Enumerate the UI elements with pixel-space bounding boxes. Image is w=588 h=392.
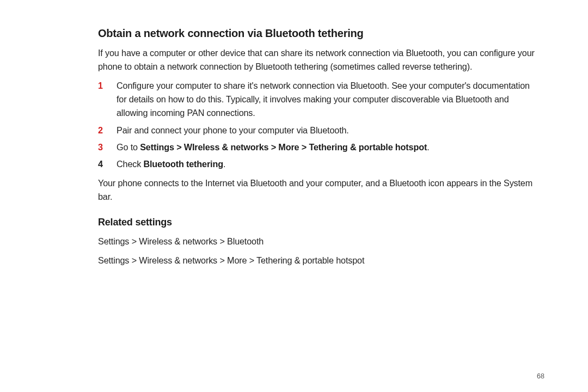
step-text: Pair and connect your phone to your comp…	[117, 124, 536, 137]
step-bold: Settings > WIreless & networks > More > …	[140, 142, 427, 152]
related-line: Settings > Wireless & networks > More > …	[98, 254, 536, 267]
step-text: Configure your computer to share it's ne…	[117, 79, 536, 120]
step-number: 1	[98, 79, 117, 93]
related-line: Settings > Wireless & networks > Bluetoo…	[98, 235, 536, 248]
intro-paragraph: If you have a computer or other device t…	[98, 46, 536, 74]
step-post: .	[223, 159, 225, 169]
step-post: .	[427, 142, 429, 152]
step-item: 3 Go to Settings > WIreless & networks >…	[98, 140, 536, 154]
step-item: 2 Pair and connect your phone to your co…	[98, 124, 536, 137]
step-number: 4	[98, 157, 117, 171]
step-item: 4 Check Bluetooth tethering.	[98, 157, 536, 171]
outro-paragraph: Your phone connects to the Internet via …	[98, 176, 536, 204]
step-number: 3	[98, 140, 117, 154]
step-bold: Bluetooth tethering	[143, 159, 223, 169]
step-number: 2	[98, 124, 117, 137]
document-page: Obtain a network connection via Bluetoot…	[0, 0, 588, 392]
step-pre: Go to	[117, 142, 140, 152]
step-pre: Check	[117, 159, 143, 169]
step-text: Check Bluetooth tethering.	[117, 157, 536, 171]
steps-list: 1 Configure your computer to share it's …	[98, 79, 536, 171]
section-heading: Obtain a network connection via Bluetoot…	[98, 27, 536, 40]
page-number: 68	[537, 372, 544, 380]
related-heading: Related settings	[98, 217, 536, 228]
step-item: 1 Configure your computer to share it's …	[98, 79, 536, 120]
step-text: Go to Settings > WIreless & networks > M…	[117, 140, 536, 154]
